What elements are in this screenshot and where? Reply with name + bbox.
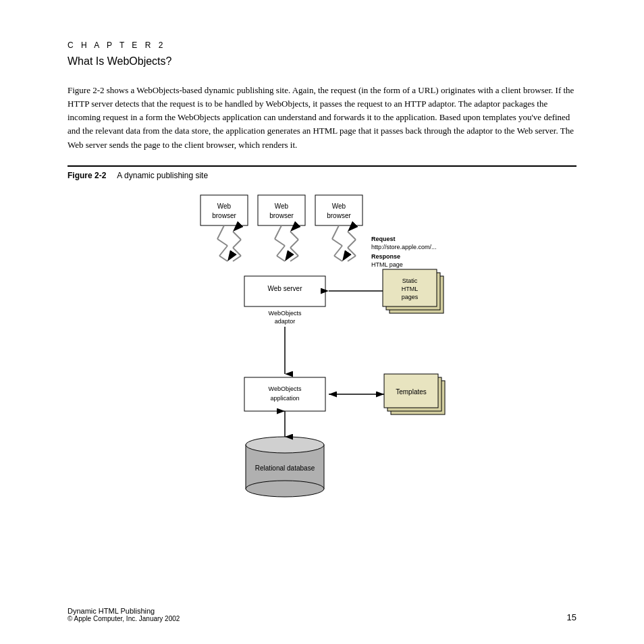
svg-line-5: [217, 239, 227, 246]
web-browser-3-sublabel: browser: [327, 212, 351, 219]
request-url: http://store.apple.com/...: [371, 244, 437, 250]
footer-title: Dynamic HTML Publishing: [68, 607, 180, 615]
database-top: [246, 437, 324, 453]
svg-line-27: [348, 232, 356, 240]
request-label: Request: [371, 236, 396, 242]
adaptor-label-line2: adaptor: [275, 318, 296, 325]
svg-line-24: [348, 256, 356, 261]
diagram-svg: Web browser Web browser Web browser: [180, 188, 464, 526]
web-browser-2-label: Web: [275, 203, 289, 210]
svg-line-17: [290, 248, 298, 256]
svg-line-9: [233, 248, 241, 256]
web-server-label: Web server: [268, 285, 303, 292]
footer: Dynamic HTML Publishing © Apple Computer…: [68, 607, 576, 622]
response-label: Response: [371, 253, 400, 260]
response-value: HTML page: [371, 261, 403, 268]
svg-line-23: [334, 256, 342, 261]
chapter-title: What Is WebObjects?: [68, 55, 576, 68]
page: C H A P T E R 2 What Is WebObjects? Figu…: [0, 0, 644, 644]
web-browser-1-sublabel: browser: [212, 212, 236, 219]
static-html-label2: HTML: [402, 286, 419, 292]
diagram-container: Web browser Web browser Web browser: [68, 188, 576, 526]
svg-line-8: [233, 256, 241, 261]
figure-label-row: Figure 2-2 A dynamic publishing site: [68, 165, 576, 180]
body-text: Figure 2-2 shows a WebObjects-based dyna…: [68, 84, 576, 152]
footer-page-number: 15: [567, 612, 576, 622]
adaptor-label-line1: WebObjects: [269, 310, 302, 317]
svg-line-11: [233, 232, 241, 240]
webobjects-app-label1: WebObjects: [269, 385, 302, 392]
static-html-label3: pages: [402, 294, 419, 300]
svg-line-21: [332, 239, 342, 246]
svg-line-4: [217, 225, 224, 239]
web-browser-1-label: Web: [217, 203, 232, 210]
svg-line-7: [219, 256, 227, 261]
web-browser-1-box: [200, 195, 248, 225]
svg-line-20: [332, 225, 339, 239]
figure-label: Figure 2-2: [68, 171, 106, 180]
svg-line-14: [277, 246, 285, 256]
database-label: Relational database: [255, 464, 315, 472]
footer-left: Dynamic HTML Publishing © Apple Computer…: [68, 607, 180, 622]
svg-line-25: [348, 248, 356, 256]
database-bottom: [246, 481, 324, 497]
templates-label: Templates: [396, 388, 427, 396]
svg-line-19: [290, 232, 298, 240]
svg-line-16: [290, 256, 298, 261]
web-browser-3-box: [315, 195, 363, 225]
figure-caption: A dynamic publishing site: [117, 171, 208, 180]
web-browser-3-label: Web: [332, 203, 346, 210]
web-browser-2-box: [258, 195, 305, 225]
web-browser-2-sublabel: browser: [269, 212, 294, 219]
webobjects-app-box: [244, 377, 325, 411]
svg-line-22: [334, 246, 342, 256]
webobjects-app-label2: application: [270, 395, 299, 402]
static-html-label1: Static: [402, 277, 418, 284]
svg-line-26: [348, 240, 356, 248]
svg-line-6: [219, 246, 227, 256]
svg-line-12: [275, 225, 281, 239]
footer-copyright: © Apple Computer, Inc. January 2002: [68, 615, 180, 622]
svg-line-13: [275, 239, 285, 246]
svg-line-18: [290, 240, 298, 248]
chapter-heading: C H A P T E R 2: [68, 41, 576, 50]
svg-line-10: [233, 240, 241, 248]
svg-line-15: [277, 256, 285, 261]
